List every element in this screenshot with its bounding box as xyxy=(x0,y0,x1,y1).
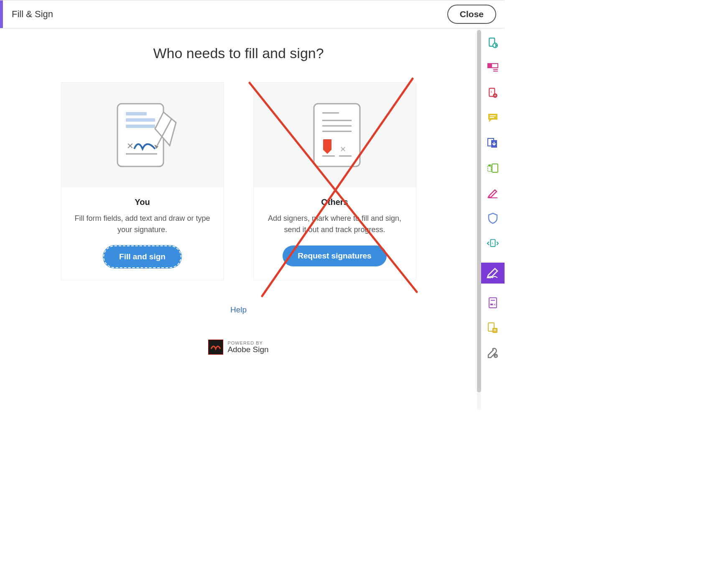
device-icon[interactable] xyxy=(487,162,499,174)
svg-text:λ: λ xyxy=(492,241,493,245)
share-download-icon[interactable] xyxy=(487,137,499,149)
card-you-desc: Fill form fields, add text and draw or t… xyxy=(71,213,214,235)
main-panel: Who needs to fill and sign? ✕ xyxy=(0,28,477,410)
page-title: Fill & Sign xyxy=(12,9,53,20)
shield-icon[interactable] xyxy=(487,212,499,224)
svg-rect-3 xyxy=(126,125,155,128)
card-others-title: Others xyxy=(264,197,406,207)
svg-rect-42 xyxy=(492,328,497,333)
scrollbar-thumb[interactable] xyxy=(477,30,481,392)
main-heading: Who needs to fill and sign? xyxy=(8,45,469,61)
request-signatures-button[interactable]: Request signatures xyxy=(283,245,386,266)
fill-and-sign-button[interactable]: Fill and sign xyxy=(103,245,181,268)
svg-text:λ: λ xyxy=(491,90,492,94)
card-others[interactable]: ✕ Others Add signers, mark where to fill… xyxy=(253,82,416,280)
header-bar: Fill & Sign Close xyxy=(0,0,505,28)
page-handle-icon[interactable]: λ xyxy=(487,238,499,249)
close-button[interactable]: Close xyxy=(447,5,496,24)
svg-rect-1 xyxy=(126,112,147,115)
edit-pen-icon[interactable] xyxy=(487,187,499,199)
svg-rect-32 xyxy=(492,164,498,172)
card-others-desc: Add signers, mark where to fill and sign… xyxy=(264,213,406,235)
card-you-illustration: ✕ xyxy=(61,83,224,187)
svg-rect-33 xyxy=(488,166,491,171)
svg-rect-21 xyxy=(488,64,492,68)
svg-text:✕: ✕ xyxy=(127,141,134,151)
card-you-title: You xyxy=(71,197,214,207)
svg-rect-2 xyxy=(126,118,155,122)
svg-text:+: + xyxy=(494,93,496,98)
svg-text:✕: ✕ xyxy=(340,145,346,153)
header-accent xyxy=(0,0,3,28)
redact-icon[interactable]: ✕ xyxy=(487,297,499,309)
svg-rect-39 xyxy=(490,304,493,305)
adobe-sign-logo-icon xyxy=(208,340,223,355)
card-you[interactable]: ✕ You Fill form fields, add text and dra… xyxy=(61,82,224,280)
card-others-illustration: ✕ xyxy=(254,83,416,187)
export-pdf-icon[interactable] xyxy=(487,37,499,49)
tools-icon[interactable]: + xyxy=(487,347,499,359)
fill-sign-icon[interactable] xyxy=(481,263,505,284)
comment-icon[interactable] xyxy=(487,112,499,124)
svg-text:✕: ✕ xyxy=(493,303,496,307)
help-link[interactable]: Help xyxy=(8,305,469,314)
right-toolbar: λ+ λ ✕ xyxy=(481,28,505,410)
create-pdf-icon[interactable]: λ+ xyxy=(487,87,499,99)
cards-row: ✕ You Fill form fields, add text and dra… xyxy=(8,82,469,280)
footer-powered-label: POWERED BY xyxy=(227,340,268,345)
footer: POWERED BY Adobe Sign xyxy=(8,340,469,355)
compare-icon[interactable] xyxy=(487,322,499,334)
scrollbar[interactable] xyxy=(477,28,481,410)
footer-brand: Adobe Sign xyxy=(227,345,268,354)
layout-icon[interactable] xyxy=(487,62,499,74)
svg-text:+: + xyxy=(495,353,497,358)
